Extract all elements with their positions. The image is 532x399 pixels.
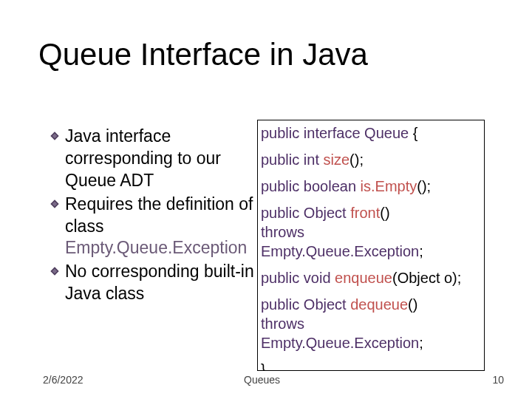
code-keyword: public — [261, 151, 299, 168]
code-type: void — [304, 270, 331, 286]
code-type: Object — [304, 296, 347, 313]
code-type: Object — [304, 205, 347, 221]
code-keyword: public — [261, 296, 299, 313]
code-type: boolean — [304, 178, 356, 194]
code-brace: { — [413, 125, 418, 141]
code-keyword: throws — [261, 224, 304, 240]
code-args: (Object o); — [392, 270, 461, 286]
code-line: public Object dequeue() throws Empty.Que… — [261, 295, 482, 352]
code-line: public Object front() throws Empty.Queue… — [261, 203, 482, 261]
code-keyword: interface — [304, 125, 361, 141]
diamond-icon — [50, 132, 59, 140]
code-keyword: public — [261, 270, 299, 286]
diamond-icon — [50, 200, 59, 208]
code-semicolon: ; — [419, 335, 423, 351]
code-type: int — [304, 151, 319, 168]
code-method: dequeue — [350, 296, 408, 313]
code-keyword: throws — [261, 316, 304, 332]
code-classname: Empty.Queue.Exception — [261, 243, 419, 259]
code-keyword: public — [261, 205, 299, 221]
footer-label: Queues — [244, 374, 280, 386]
code-tail: () — [380, 205, 389, 221]
footer-page-number: 10 — [492, 374, 504, 386]
code-line: public interface Queue { — [261, 123, 482, 143]
code-classname: Queue — [364, 125, 409, 141]
code-line: public void enqueue(Object o); — [261, 268, 482, 287]
code-tail: (); — [349, 151, 364, 168]
bullet-item: Java interface corresponding to our Queu… — [50, 126, 257, 192]
footer-date: 2/6/2022 — [43, 374, 83, 386]
code-method: front — [350, 205, 380, 221]
bullet-text: Requires the definition of class — [65, 194, 253, 236]
code-line: public int size(); — [261, 150, 482, 169]
bullet-text: No corresponding built-in Java class — [65, 262, 254, 303]
code-semicolon: ; — [419, 243, 423, 259]
code-snippet: public interface Queue { public int size… — [257, 120, 485, 371]
slide-title: Queue Interface in Java — [38, 37, 368, 72]
code-tail: () — [408, 296, 417, 313]
code-line: public boolean is.Empty(); — [261, 177, 482, 196]
code-keyword: public — [261, 178, 299, 194]
bullet-item: No corresponding built-in Java class — [50, 261, 257, 305]
code-classname: Empty.Queue.Exception — [261, 335, 419, 351]
bullet-item: Requires the definition of class Empty.Q… — [50, 194, 257, 260]
bullet-classname: Empty.Queue.Exception — [65, 238, 247, 257]
code-method: enqueue — [335, 270, 392, 286]
code-tail: (); — [417, 178, 431, 194]
bullet-text: Java interface corresponding to our Queu… — [65, 126, 221, 190]
bullet-list: Java interface corresponding to our Queu… — [50, 126, 257, 307]
code-method: size — [324, 151, 350, 168]
code-method: is.Empty — [361, 178, 417, 194]
code-line: } — [261, 360, 482, 371]
code-keyword: public — [261, 125, 299, 141]
diamond-icon — [50, 267, 59, 276]
